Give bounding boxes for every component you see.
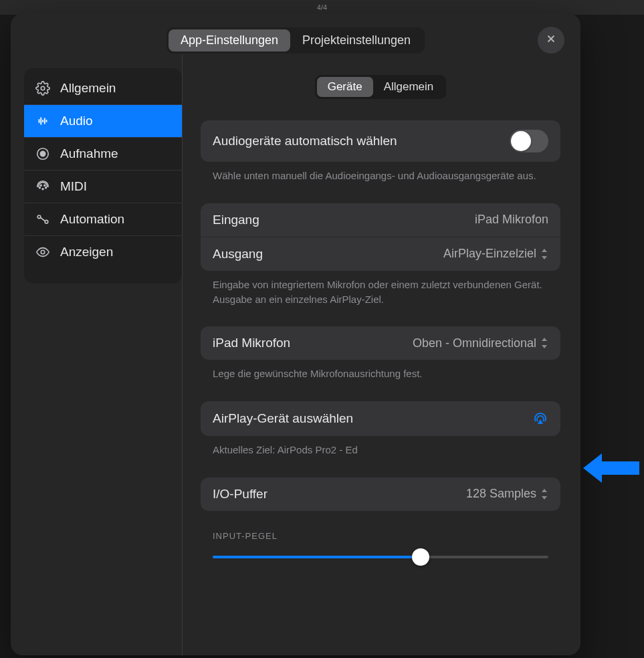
svg-point-2: [40, 151, 45, 156]
mic-label: iPad Mikrofon: [213, 336, 290, 350]
svg-point-3: [39, 187, 41, 189]
sidebar-item-view[interactable]: Anzeigen: [24, 236, 182, 268]
sidebar-item-recording[interactable]: Aufnahme: [24, 138, 182, 171]
modal-header: App-Einstellungen Projekteinstellungen: [24, 24, 567, 56]
airplay-card: AirPlay-Gerät auswählen: [201, 401, 560, 436]
chevron-updown-icon: [540, 249, 548, 259]
gear-icon: [35, 80, 51, 96]
toggle-knob: [511, 131, 531, 151]
sidebar-item-label: Audio: [60, 114, 93, 128]
buffer-value: 128 Samples: [466, 487, 536, 501]
sidebar-item-label: Aufnahme: [60, 146, 118, 161]
auto-select-toggle[interactable]: [510, 130, 548, 152]
sidebar-item-audio[interactable]: Audio: [24, 105, 182, 138]
background-toolbar: 4/4: [0, 0, 644, 15]
mic-value: Oben - Omnidirectional: [413, 336, 536, 350]
subtab-general[interactable]: Allgemein: [373, 77, 445, 97]
sidebar-item-automation[interactable]: Automation: [24, 203, 182, 236]
sub-tab-segmented: Geräte Allgemein: [315, 75, 447, 99]
airplay-icon: [532, 411, 548, 427]
svg-point-7: [44, 185, 45, 186]
input-label: Eingang: [213, 213, 259, 227]
airplay-label: AirPlay-Gerät auswählen: [213, 411, 353, 426]
mic-help: Lege die gewünschte Mikrofonausrichtung …: [201, 360, 560, 381]
svg-point-4: [42, 189, 43, 190]
sidebar-item-label: Automation: [60, 212, 124, 227]
output-value: AirPlay-Einzelziel: [443, 247, 536, 261]
sidebar: Allgemein Audio Aufnahme MIDI: [24, 68, 182, 284]
callout-arrow: [583, 451, 639, 488]
slider-thumb[interactable]: [412, 548, 429, 566]
auto-select-help: Wähle unten manuell die Audioeingangs- u…: [201, 162, 560, 183]
main-tab-segmented: App-Einstellungen Projekteinstellungen: [167, 27, 425, 53]
tab-app-settings[interactable]: App-Einstellungen: [169, 29, 290, 51]
svg-point-0: [41, 86, 45, 90]
settings-modal: App-Einstellungen Projekteinstellungen A…: [11, 13, 580, 655]
content-panel: Geräte Allgemein Audiogeräte automatisch…: [182, 68, 567, 646]
output-label: Ausgang: [213, 247, 263, 261]
io-help: Eingabe von integriertem Mikrofon oder e…: [201, 271, 560, 307]
input-value: iPad Mikrofon: [475, 213, 548, 227]
sidebar-item-label: MIDI: [60, 179, 87, 194]
tab-project-settings[interactable]: Projekteinstellungen: [290, 29, 423, 51]
waveform-icon: [35, 113, 51, 129]
airplay-help: Aktuelles Ziel: AirPods Pro2 - Ed: [201, 436, 560, 457]
svg-point-5: [45, 187, 47, 189]
io-card: Eingang iPad Mikrofon Ausgang AirPlay-Ei…: [201, 203, 560, 271]
chevron-updown-icon: [540, 489, 548, 500]
buffer-card: I/O-Puffer 128 Samples: [201, 477, 560, 511]
output-row[interactable]: Ausgang AirPlay-Einzelziel: [201, 237, 560, 271]
automation-icon: [35, 211, 51, 227]
mic-card: iPad Mikrofon Oben - Omnidirectional: [201, 326, 560, 360]
subtab-devices[interactable]: Geräte: [317, 77, 373, 97]
sidebar-item-label: Allgemein: [60, 81, 116, 96]
slider-fill: [213, 556, 421, 558]
svg-point-6: [40, 185, 41, 186]
sidebar-item-midi[interactable]: MIDI: [24, 171, 182, 203]
auto-select-label: Audiogeräte automatisch wählen: [213, 134, 397, 148]
record-icon: [35, 146, 51, 162]
midi-icon: [35, 179, 51, 195]
sidebar-item-label: Anzeigen: [60, 245, 113, 259]
backdrop-text: 4/4: [317, 3, 327, 11]
close-icon: [545, 33, 557, 47]
chevron-updown-icon: [540, 338, 548, 348]
eye-icon: [35, 244, 51, 260]
close-button[interactable]: [538, 27, 564, 53]
input-level-slider[interactable]: [213, 548, 548, 566]
sidebar-item-general[interactable]: Allgemein: [24, 72, 182, 105]
airplay-select-row[interactable]: AirPlay-Gerät auswählen: [201, 401, 560, 436]
svg-point-10: [41, 250, 45, 254]
buffer-row[interactable]: I/O-Puffer 128 Samples: [201, 477, 560, 511]
input-level-label: INPUT-PEGEL: [201, 531, 560, 548]
auto-select-card: Audiogeräte automatisch wählen: [201, 120, 560, 162]
mic-row[interactable]: iPad Mikrofon Oben - Omnidirectional: [201, 326, 560, 360]
buffer-label: I/O-Puffer: [213, 487, 267, 502]
input-row[interactable]: Eingang iPad Mikrofon: [201, 203, 560, 237]
